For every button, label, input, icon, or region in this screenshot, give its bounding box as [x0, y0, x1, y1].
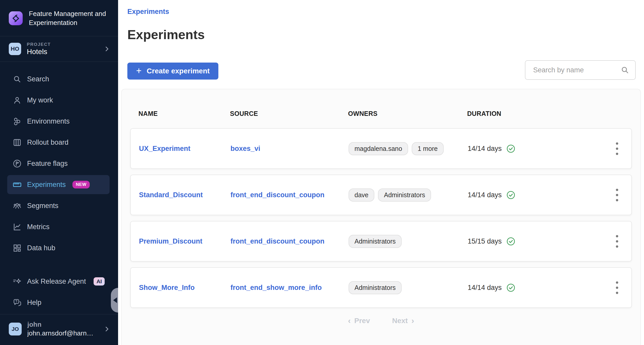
user-name: john — [27, 321, 93, 329]
owners-cell: magdalena.sano1 more — [349, 142, 468, 155]
sidebar-item-label: Experiments — [27, 181, 66, 189]
app-brand: Feature Management and Experimentation — [0, 0, 118, 36]
row-actions-menu-icon[interactable] — [610, 233, 624, 250]
duration-cell: 14/14 days — [468, 144, 610, 153]
sidebar-item-environments[interactable]: Environments — [7, 112, 110, 131]
sidebar-item-metrics[interactable]: Metrics — [7, 217, 110, 236]
project-name: Hotels — [27, 48, 51, 56]
sidebar-item-experiments[interactable]: ExperimentsNEW — [7, 175, 110, 194]
sidebar-item-feature-flags[interactable]: Feature flags — [7, 154, 110, 173]
search-input[interactable] — [533, 66, 620, 74]
column-header-source: SOURCE — [230, 110, 348, 117]
table-body: UX_Experiment boxes_vi magdalena.sano1 m… — [130, 128, 632, 308]
help-icon: ? — [12, 298, 22, 307]
experiment-row: Standard_Discount front_end_discount_cou… — [130, 175, 632, 215]
experiment-name-link[interactable]: Standard_Discount — [139, 191, 230, 199]
column-header-name: NAME — [138, 110, 230, 117]
owner-pill[interactable]: dave — [349, 188, 374, 202]
owner-pill[interactable]: Administrators — [349, 235, 402, 248]
column-header-duration: DURATION — [467, 110, 610, 117]
chevron-right-icon: › — [411, 316, 414, 325]
sidebar-item-label: Environments — [27, 117, 70, 125]
pagination: ‹ Prev Next › — [122, 317, 640, 325]
sidebar-item-label: Metrics — [27, 223, 49, 231]
sidebar-item-label: Feature flags — [27, 160, 68, 168]
check-circle-icon — [506, 144, 516, 153]
duration-text: 14/14 days — [468, 284, 502, 292]
prev-label: Prev — [354, 317, 370, 325]
sidebar-item-label: Data hub — [27, 244, 55, 252]
sidebar-item-rollout-board[interactable]: Rollout board — [7, 133, 110, 152]
sidebar-item-label: Help — [27, 299, 42, 307]
next-page-button[interactable]: Next › — [392, 317, 414, 325]
sidebar-item-search[interactable]: Search — [7, 70, 110, 89]
sidebar-item-label: My work — [27, 96, 53, 104]
check-circle-icon — [506, 283, 516, 292]
sidebar-item-label: Segments — [27, 202, 59, 210]
experiments-table: NAME SOURCE OWNERS DURATION UX_Experimen… — [122, 89, 640, 308]
chevron-left-icon: ‹ — [348, 316, 351, 325]
project-avatar: HO — [9, 43, 21, 55]
people-icon — [12, 201, 22, 211]
collapse-arrow-icon — [113, 297, 117, 303]
experiment-source-link[interactable]: front_end_discount_coupon — [230, 191, 349, 199]
search-icon — [620, 65, 630, 75]
prev-page-button[interactable]: ‹ Prev — [348, 317, 370, 325]
experiment-name-link[interactable]: UX_Experiment — [139, 145, 230, 153]
chevron-right-icon — [103, 45, 111, 53]
ruler-icon — [12, 180, 22, 189]
chevron-right-icon — [103, 325, 111, 333]
duration-text: 14/14 days — [468, 145, 502, 153]
owner-pill[interactable]: Administrators — [378, 188, 431, 202]
experiments-panel: NAME SOURCE OWNERS DURATION UX_Experimen… — [121, 89, 641, 345]
experiment-name-link[interactable]: Premium_Discount — [139, 237, 230, 245]
sidebar-item-label: Search — [27, 75, 49, 83]
row-actions-menu-icon[interactable] — [610, 140, 624, 157]
check-circle-icon — [506, 237, 516, 246]
row-actions-menu-icon[interactable] — [610, 279, 624, 296]
sidebar-item-ask-release-agent[interactable]: Ask Release AgentAI — [7, 272, 110, 291]
duration-text: 14/14 days — [468, 191, 502, 199]
owner-pill[interactable]: Administrators — [349, 281, 402, 294]
experiment-source-link[interactable]: boxes_vi — [230, 145, 349, 153]
row-actions-menu-icon[interactable] — [610, 187, 624, 203]
sidebar-item-segments[interactable]: Segments — [7, 196, 110, 215]
owner-pill[interactable]: 1 more — [412, 142, 444, 155]
user-email: john.arnsdorf@harn… — [27, 329, 93, 337]
main-content: Experiments Experiments + Create experim… — [118, 0, 644, 345]
plus-icon: + — [136, 66, 142, 75]
sidebar-item-help[interactable]: ?Help — [7, 293, 110, 312]
project-label: PROJECT — [27, 42, 51, 47]
new-badge: NEW — [72, 181, 90, 188]
columns-icon — [12, 138, 22, 147]
user-icon — [12, 96, 22, 105]
owner-pill[interactable]: magdalena.sano — [349, 142, 408, 155]
create-experiment-label: Create experiment — [147, 67, 210, 75]
duration-text: 15/15 days — [468, 237, 502, 245]
search-icon — [12, 74, 22, 84]
owners-cell: Administrators — [349, 281, 468, 294]
sidebar-item-my-work[interactable]: My work — [7, 91, 110, 110]
ai-badge: AI — [94, 277, 105, 286]
chart-icon — [12, 222, 22, 232]
owners-cell: daveAdministrators — [349, 188, 468, 202]
table-header-row: NAME SOURCE OWNERS DURATION — [130, 89, 632, 128]
breadcrumb[interactable]: Experiments — [127, 8, 169, 16]
svg-text:?: ? — [15, 299, 17, 303]
project-selector[interactable]: HO PROJECT Hotels — [0, 36, 118, 62]
experiment-row: Premium_Discount front_end_discount_coup… — [130, 221, 632, 262]
experiment-source-link[interactable]: front_end_discount_coupon — [230, 237, 349, 245]
sidebar-collapse-handle[interactable] — [111, 288, 118, 313]
flag-icon — [12, 159, 22, 168]
duration-cell: 14/14 days — [468, 283, 610, 292]
user-menu[interactable]: JO john john.arnsdorf@harn… — [0, 314, 118, 345]
sidebar-item-label: Rollout board — [27, 139, 69, 146]
sparkle-icon — [12, 277, 22, 286]
experiment-source-link[interactable]: front_end_show_more_info — [230, 284, 349, 292]
sidebar-item-data-hub[interactable]: Data hub — [7, 238, 110, 257]
hexagons-icon — [12, 117, 22, 126]
column-header-owners: OWNERS — [348, 110, 467, 117]
experiment-name-link[interactable]: Show_More_Info — [139, 284, 230, 292]
duration-cell: 15/15 days — [468, 237, 610, 246]
create-experiment-button[interactable]: + Create experiment — [127, 63, 218, 80]
